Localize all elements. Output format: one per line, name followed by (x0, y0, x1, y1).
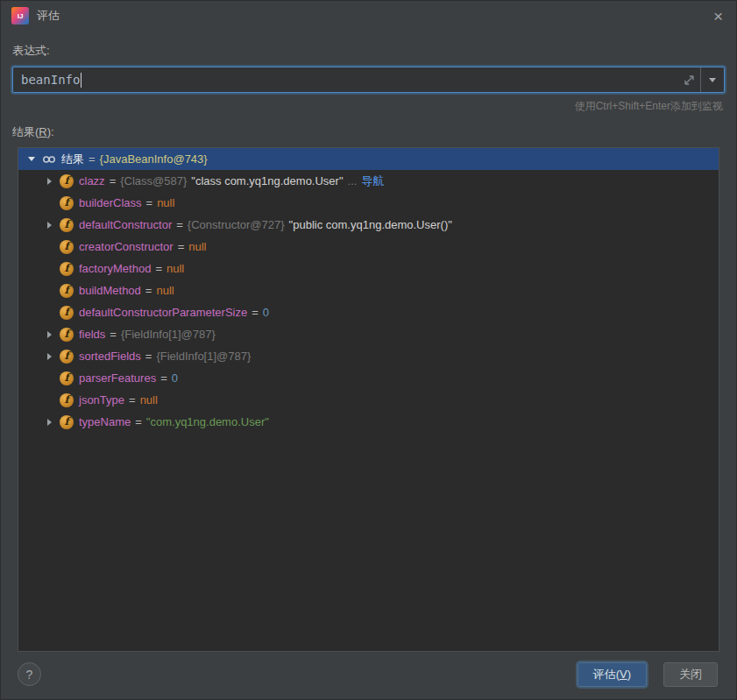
variable-row[interactable]: fcreatorConstructor=null (18, 236, 719, 258)
history-dropdown-button[interactable] (700, 67, 724, 92)
evaluate-button-mnemonic: V (620, 668, 627, 681)
variable-value: {Class@587} (120, 174, 187, 187)
variable-row[interactable]: fbuildMethod=null (18, 279, 719, 301)
result-label-suffix: ): (47, 125, 54, 138)
variable-value: null (167, 262, 184, 275)
variable-value: = (110, 328, 117, 341)
expression-input[interactable]: beanInfo (13, 67, 677, 92)
variable-row[interactable]: fjsonType=null (18, 389, 719, 411)
variable-value: = (176, 218, 183, 231)
chevron-right-icon[interactable] (43, 329, 55, 341)
variable-value: = (110, 174, 117, 187)
help-button[interactable]: ? (18, 662, 41, 686)
footer: ? 评估(V) 关闭 (0, 652, 737, 700)
variable-value: = (160, 371, 167, 385)
variable-value: "class com.yq1ng.demo.User" (191, 174, 343, 187)
variable-value: "com.yq1ng.demo.User" (146, 415, 269, 428)
intellij-logo-icon: IJ (11, 7, 29, 25)
variable-value: null (140, 393, 158, 407)
text-caret (81, 73, 81, 88)
variable-name: typeName (79, 415, 131, 428)
field-icon: f (60, 284, 74, 298)
result-root-row[interactable]: 结果={JavaBeanInfo@743} (18, 148, 719, 170)
variable-value: "public com.yq1ng.demo.User()" (289, 218, 452, 231)
variable-row[interactable]: ffields={FieldInfo[1]@787} (18, 323, 719, 345)
chevron-right-icon[interactable] (43, 350, 55, 363)
variable-value: {FieldInfo[1]@787} (156, 350, 251, 363)
variable-row[interactable]: fbuilderClass=null (18, 192, 719, 214)
variable-value: = (129, 393, 136, 407)
variable-row[interactable]: fdefaultConstructorParameterSize=0 (18, 301, 719, 323)
result-label-prefix: 结果( (12, 125, 39, 138)
variable-value: = (178, 240, 185, 253)
variable-value: 0 (263, 306, 269, 319)
help-icon: ? (26, 668, 33, 682)
variable-value: 0 (172, 371, 178, 385)
variable-value: = (145, 284, 152, 297)
result-tree: 结果={JavaBeanInfo@743}fclazz={Class@587}"… (18, 147, 719, 652)
variable-name: factoryMethod (79, 262, 151, 275)
variable-name: jsonType (79, 393, 124, 407)
chevron-spacer (43, 263, 55, 275)
field-icon: f (60, 262, 74, 276)
evaluate-button-label-prefix: 评估( (593, 668, 620, 681)
variable-value: {FieldInfo[1]@787} (121, 328, 216, 341)
variable-value: = (252, 306, 259, 319)
variable-value: null (188, 240, 206, 253)
field-icon: f (60, 174, 74, 188)
variable-value: ... (348, 174, 358, 187)
variable-value: = (89, 152, 96, 166)
chevron-right-icon[interactable] (43, 175, 55, 187)
variable-name: defaultConstructor (79, 218, 172, 231)
close-button[interactable]: 关闭 (663, 662, 718, 687)
variable-value: {Constructor@727} (188, 218, 285, 231)
field-icon: f (60, 218, 74, 232)
chevron-spacer (43, 197, 55, 209)
field-icon: f (60, 350, 74, 364)
dialog-content: 表达式: beanInfo 使用Ctrl+Shift+Enter添加到监视 结果… (0, 32, 737, 652)
variable-name: creatorConstructor (79, 240, 174, 253)
add-to-watches-hint: 使用Ctrl+Shift+Enter添加到监视 (12, 99, 725, 114)
dialog-title: 评估 (37, 8, 711, 24)
evaluate-button-label-suffix: ) (627, 668, 631, 681)
variable-row[interactable]: fparserFeatures=0 (18, 367, 719, 389)
chevron-right-icon[interactable] (43, 219, 55, 231)
expand-editor-icon[interactable] (677, 67, 700, 92)
expression-combo: beanInfo (12, 67, 725, 93)
expression-label: 表达式: (12, 43, 725, 59)
variable-value: = (135, 415, 142, 428)
variable-name: 结果 (61, 152, 84, 167)
chevron-spacer (43, 285, 55, 297)
variable-row[interactable]: fsortedFields={FieldInfo[1]@787} (18, 345, 719, 367)
field-icon: f (60, 393, 74, 407)
field-icon: f (60, 328, 74, 342)
variable-name: builderClass (79, 196, 142, 209)
chevron-spacer (43, 307, 55, 319)
variable-row[interactable]: ftypeName="com.yq1ng.demo.User" (18, 411, 719, 433)
field-icon: f (60, 306, 74, 320)
chevron-right-icon[interactable] (43, 416, 55, 428)
variable-value: {JavaBeanInfo@743} (100, 152, 208, 166)
variable-row[interactable]: fdefaultConstructor={Constructor@727}"pu… (18, 214, 719, 236)
field-icon: f (60, 196, 74, 210)
variable-value: null (156, 284, 174, 297)
variable-name: parserFeatures (79, 371, 156, 385)
variable-row[interactable]: ffactoryMethod=null (18, 258, 719, 279)
variable-value: = (155, 262, 162, 275)
variable-value: = (145, 350, 152, 363)
titlebar: IJ 评估 × (0, 0, 737, 32)
variable-name: fields (79, 328, 105, 341)
evaluate-button[interactable]: 评估(V) (578, 662, 647, 687)
window-close-icon[interactable]: × (711, 8, 726, 25)
result-label: 结果(R): (12, 124, 725, 140)
chevron-down-icon[interactable] (25, 153, 38, 166)
variable-row[interactable]: fclazz={Class@587}"class com.yq1ng.demo.… (18, 170, 719, 192)
result-label-mnemonic: R (39, 125, 46, 138)
chevron-spacer (43, 394, 55, 407)
chevron-spacer (43, 372, 55, 385)
variable-name: sortedFields (79, 350, 141, 363)
chevron-down-icon (709, 78, 716, 82)
field-icon: f (60, 240, 74, 254)
navigate-link[interactable]: 导航 (361, 173, 384, 189)
chevron-spacer (43, 241, 55, 253)
